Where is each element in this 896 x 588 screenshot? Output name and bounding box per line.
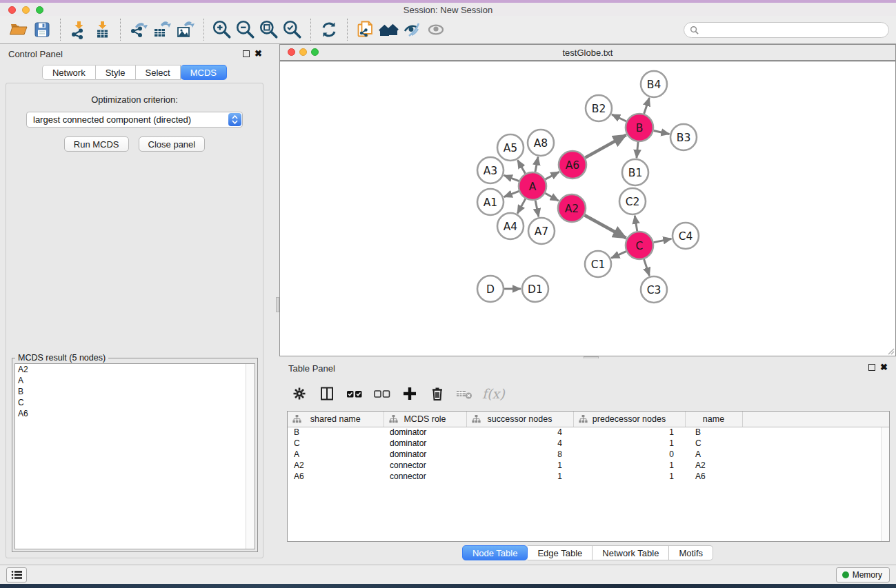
graph-node-A3[interactable]: A3 [477, 157, 504, 183]
graph-node-D[interactable]: D [477, 276, 504, 302]
home-icon[interactable] [377, 18, 401, 41]
mcds-result-item[interactable]: C [15, 397, 255, 408]
list-icon [11, 570, 22, 580]
node-table: shared name MCDS role successor nodes pr… [287, 411, 890, 542]
tab-node-table[interactable]: Node Table [462, 545, 528, 560]
memory-button[interactable]: Memory [836, 567, 890, 582]
resize-grip-icon[interactable] [886, 347, 895, 355]
graph-node-B4[interactable]: B4 [641, 71, 667, 97]
show-hide-graphics-icon[interactable] [401, 18, 424, 41]
zoom-fit-icon[interactable] [257, 18, 281, 41]
import-table-icon[interactable] [90, 18, 114, 41]
zoom-selected-icon[interactable] [281, 18, 304, 41]
graph-node-A6[interactable]: A6 [559, 151, 586, 179]
add-column-icon[interactable] [398, 382, 421, 405]
control-panel-tabs: Network Style Select MCDS [0, 65, 269, 80]
splitter-handle[interactable] [276, 297, 279, 312]
mcds-result-item[interactable]: A2 [15, 364, 255, 375]
eye-icon[interactable] [424, 18, 448, 41]
tab-mcds[interactable]: MCDS [181, 65, 227, 80]
table-row[interactable]: A2connector11A2 [288, 460, 889, 471]
refresh-icon[interactable] [317, 18, 341, 41]
graph-node-A4[interactable]: A4 [497, 213, 524, 239]
mcds-result-item[interactable]: A [15, 375, 255, 386]
svg-text:C1: C1 [591, 258, 606, 271]
import-network-icon[interactable] [67, 18, 90, 41]
export-network-icon[interactable] [127, 18, 150, 41]
graph-node-A5[interactable]: A5 [497, 134, 524, 161]
gear-icon[interactable] [288, 382, 311, 405]
svg-text:A7: A7 [535, 225, 548, 238]
column-header-name: name [685, 412, 742, 427]
svg-text:A: A [529, 181, 537, 193]
function-builder-icon[interactable]: f(x) [482, 386, 505, 401]
network-canvas[interactable]: AA1A2A3A4A5A6A7A8BB1B2B3B4CC1C2C3C4DD1 [280, 61, 895, 356]
delete-table-icon[interactable] [453, 382, 477, 405]
graph-node-C3[interactable]: C3 [641, 276, 667, 303]
close-panel-button[interactable]: Close panel [139, 136, 206, 152]
svg-text:C4: C4 [679, 230, 693, 243]
close-panel-icon[interactable]: ✖ [880, 362, 888, 372]
graph-edge [545, 193, 559, 201]
graph-node-C2[interactable]: C2 [619, 188, 646, 214]
zoom-out-icon[interactable] [234, 18, 257, 41]
select-all-icon[interactable] [343, 382, 366, 405]
tab-network[interactable]: Network [42, 65, 96, 80]
graph-node-A[interactable]: A [519, 172, 546, 200]
deselect-all-icon[interactable] [370, 382, 394, 405]
tab-network-table[interactable]: Network Table [593, 545, 669, 560]
graph-edge [517, 160, 525, 174]
graph-node-A8[interactable]: A8 [528, 130, 554, 156]
mcds-result-item[interactable]: B [15, 386, 255, 397]
tab-select[interactable]: Select [136, 65, 181, 80]
svg-text:B1: B1 [628, 167, 643, 179]
graph-node-C[interactable]: C [626, 232, 653, 259]
run-mcds-button[interactable]: Run MCDS [64, 136, 129, 152]
network-graph: AA1A2A3A4A5A6A7A8BB1B2B3B4CC1C2C3C4DD1 [280, 61, 895, 356]
zoom-in-icon[interactable] [210, 18, 234, 41]
graph-node-C1[interactable]: C1 [585, 251, 611, 277]
mcds-result-item[interactable]: A6 [15, 408, 255, 419]
scrollbar[interactable] [246, 364, 255, 549]
clone-network-icon[interactable] [354, 18, 377, 41]
mcds-result-list[interactable]: A2ABCA6 [14, 363, 255, 549]
tab-motifs[interactable]: Motifs [669, 545, 713, 560]
table-row[interactable]: A6connector11A6 [288, 471, 889, 482]
table-row[interactable]: Bdominator41B [288, 427, 889, 438]
tab-style[interactable]: Style [96, 65, 136, 80]
export-table-icon[interactable] [150, 18, 174, 41]
table-row[interactable]: Adominator80A [288, 449, 889, 460]
close-panel-icon[interactable]: ✖ [255, 48, 262, 59]
graph-node-A1[interactable]: A1 [477, 189, 504, 215]
column-chooser-icon[interactable] [315, 382, 339, 405]
graph-node-B[interactable]: B [626, 114, 653, 141]
desktop-strip-bottom [0, 584, 896, 588]
window-list-button[interactable] [6, 567, 27, 582]
float-panel-icon[interactable] [243, 50, 250, 57]
scrollbar[interactable] [881, 427, 889, 542]
export-image-icon[interactable] [174, 18, 197, 41]
graph-node-B2[interactable]: B2 [586, 95, 612, 121]
graph-node-A2[interactable]: A2 [558, 194, 586, 222]
table-row[interactable]: Cdominator41C [288, 438, 889, 449]
table-panel-title: Table Panel [288, 363, 335, 374]
table-header-row[interactable]: shared name MCDS role successor nodes pr… [288, 412, 889, 427]
network-view-title: testGlobe.txt [280, 48, 895, 58]
open-session-icon[interactable] [7, 18, 30, 41]
tab-edge-table[interactable]: Edge Table [528, 545, 593, 560]
save-session-icon[interactable] [30, 18, 54, 41]
window-title: Session: New Session [0, 5, 896, 15]
svg-text:A5: A5 [504, 142, 517, 154]
optimization-criterion-select[interactable]: largest connected component (directed) [26, 112, 243, 128]
graph-node-D1[interactable]: D1 [522, 276, 548, 302]
svg-text:B3: B3 [677, 132, 691, 144]
float-panel-icon[interactable] [868, 364, 875, 371]
search-input[interactable] [684, 22, 889, 38]
table-toolbar: f(x) [288, 379, 888, 408]
delete-icon[interactable] [426, 382, 449, 405]
graph-node-B3[interactable]: B3 [670, 124, 697, 150]
graph-node-A7[interactable]: A7 [528, 218, 555, 244]
graph-node-B1[interactable]: B1 [622, 159, 648, 185]
svg-text:A1: A1 [484, 196, 497, 209]
graph-node-C4[interactable]: C4 [673, 223, 699, 249]
